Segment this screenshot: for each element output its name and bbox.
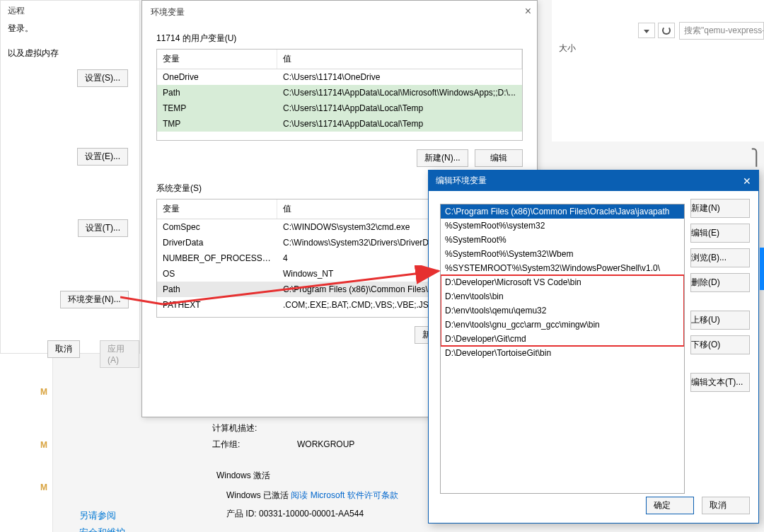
- path-item[interactable]: %SystemRoot%\system32: [441, 219, 684, 233]
- highlighted-paths-group: D:\Developer\Microsoft VS Code\bin D:\en…: [441, 275, 684, 346]
- virtual-memory-label: 以及虚拟内存: [1, 43, 139, 64]
- move-up-button[interactable]: 上移(U): [690, 311, 750, 330]
- apply-button: 应用(A): [100, 340, 139, 368]
- cancel-button[interactable]: 取消: [47, 340, 80, 358]
- settings-s-button[interactable]: 设置(S)...: [77, 69, 128, 87]
- user-vars-label: 11714 的用户变量(U): [142, 24, 537, 47]
- delete-path-button[interactable]: 删除(D): [690, 273, 750, 292]
- ok-button[interactable]: 确定: [646, 497, 694, 514]
- settings-e-button[interactable]: 设置(E)...: [77, 148, 128, 166]
- read-license-link[interactable]: 阅读 Microsoft 软件许可条款: [291, 490, 398, 500]
- path-item[interactable]: D:\Developer\TortoiseGit\bin: [441, 346, 684, 360]
- column-variable[interactable]: 变量: [157, 50, 277, 69]
- path-item[interactable]: D:\env\tools\bin: [441, 289, 684, 303]
- path-item[interactable]: D:\Developer\Git\cmd: [441, 332, 684, 346]
- workgroup-label: 工作组:: [212, 439, 297, 451]
- settings-t-button[interactable]: 设置(T)...: [78, 219, 128, 237]
- edit-path-button[interactable]: 编辑(E): [690, 224, 750, 243]
- windows-activated-text: Windows 已激活: [226, 490, 289, 500]
- path-item[interactable]: %SYSTEMROOT%\System32\WindowsPowerShell\…: [441, 261, 684, 275]
- edit-user-var-button[interactable]: 编辑: [475, 149, 523, 167]
- edit-dialog-titlebar[interactable]: 编辑环境变量 ✕: [429, 170, 758, 191]
- table-row[interactable]: TMPC:\Users\11714\AppData\Local\Temp: [157, 116, 522, 132]
- modified-badge: M: [37, 482, 51, 492]
- move-down-button[interactable]: 下移(O): [690, 335, 750, 354]
- table-row[interactable]: PathC:\Users\11714\AppData\Local\Microso…: [157, 85, 522, 100]
- remote-tab-label: 远程: [1, 1, 139, 18]
- side-accent: [760, 248, 764, 290]
- see-also-link[interactable]: 另请参阅: [79, 509, 116, 522]
- chevron-down-icon: [644, 25, 649, 35]
- computer-desc-label: 计算机描述:: [212, 422, 297, 434]
- windows-activation-header: Windows 激活: [216, 470, 270, 482]
- cancel-button[interactable]: 取消: [702, 497, 750, 514]
- column-variable[interactable]: 变量: [157, 200, 277, 219]
- refresh-icon: [662, 26, 671, 35]
- browse-path-button[interactable]: 浏览(B)...: [690, 248, 750, 267]
- close-icon[interactable]: ×: [525, 5, 531, 18]
- dropdown-button[interactable]: [638, 23, 655, 38]
- dialog-title: 环境变量: [142, 1, 537, 24]
- path-listbox[interactable]: C:\Program Files (x86)\Common Files\Orac…: [440, 204, 685, 494]
- refresh-button[interactable]: [658, 23, 675, 38]
- security-maintenance-link[interactable]: 安全和维护: [79, 526, 125, 532]
- explorer-fragment: 搜索"qemu-vexpress-: [552, 0, 764, 141]
- close-icon[interactable]: ✕: [743, 175, 751, 187]
- modified-badge: M: [37, 440, 51, 450]
- user-variables-table[interactable]: 变量 值 OneDriveC:\Users\11714\OneDrive Pat…: [156, 49, 523, 141]
- new-user-var-button[interactable]: 新建(N)...: [417, 149, 468, 167]
- brace-decoration: ⎫: [751, 149, 763, 167]
- environment-variables-button[interactable]: 环境变量(N)...: [60, 291, 129, 308]
- edit-env-var-dialog: 编辑环境变量 ✕ C:\Program Files (x86)\Common F…: [428, 170, 759, 524]
- login-text: 登录。: [1, 18, 139, 43]
- path-item[interactable]: %SystemRoot%: [441, 233, 684, 247]
- table-row[interactable]: TEMPC:\Users\11714\AppData\Local\Temp: [157, 100, 522, 116]
- path-item[interactable]: C:\Program Files (x86)\Common Files\Orac…: [441, 204, 684, 219]
- product-id-value: 00331-10000-00001-AA544: [259, 509, 364, 519]
- size-column-header[interactable]: 大小: [559, 42, 576, 54]
- system-properties-panel: 远程 登录。 以及虚拟内存 设置(S)... 设置(E)... 设置(T)...…: [0, 0, 140, 354]
- path-item[interactable]: %SystemRoot%\System32\Wbem: [441, 247, 684, 261]
- product-id-label: 产品 ID:: [226, 509, 257, 519]
- search-input[interactable]: 搜索"qemu-vexpress-: [679, 22, 764, 40]
- column-value[interactable]: 值: [277, 50, 522, 69]
- table-row[interactable]: OneDriveC:\Users\11714\OneDrive: [157, 69, 522, 85]
- new-path-button[interactable]: 新建(N): [690, 199, 750, 218]
- edit-text-button[interactable]: 编辑文本(T)...: [690, 373, 750, 392]
- edit-dialog-title: 编辑环境变量: [436, 175, 487, 187]
- workgroup-value: WORKGROUP: [297, 439, 354, 449]
- path-item[interactable]: D:\env\tools\qemu\qemu32: [441, 303, 684, 318]
- path-item[interactable]: D:\Developer\Microsoft VS Code\bin: [441, 275, 684, 289]
- modified-badge: M: [37, 387, 51, 397]
- path-item[interactable]: D:\env\tools\gnu_gcc\arm_gcc\mingw\bin: [441, 318, 684, 332]
